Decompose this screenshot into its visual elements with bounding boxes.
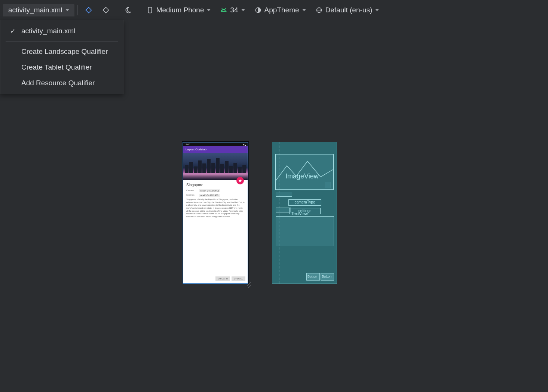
file-variant-dropdown[interactable]: activity_main.xml [3,4,74,16]
blueprint-imageview-label: ImageView [285,172,319,180]
blueprint-button-2[interactable]: Button [321,273,334,281]
locale-selector[interactable]: Default (en-us) [311,4,383,16]
preview-footer: DISCARD UPLOAD [183,275,248,283]
blueprint-image-placeholder-icon [276,154,333,190]
menu-item-current-file[interactable]: ✓ activity_main.xml [0,23,123,39]
camera-value: Nikon D4 1/0s f/10 [199,189,220,192]
blueprint-button-1[interactable]: Button [306,273,320,281]
svg-line-3 [222,8,223,9]
status-icons: ▾ ◣ [243,143,247,146]
settings-value: ocal 1/5s ISO 400 [199,194,220,197]
android-icon [220,6,228,14]
menu-item-label: Create Landscape Qualifier [21,48,108,56]
resize-handle[interactable] [246,282,254,289]
status-bar: 12:00 ▾ ◣ [183,143,248,146]
orientation-button[interactable] [98,4,114,16]
night-mode-button[interactable] [120,4,136,16]
device-label: Medium Phone [156,6,204,14]
design-preview[interactable]: 12:00 ▾ ◣ Layout Codelab ★ Singapore Cam… [183,142,248,284]
api-level-selector[interactable]: 34 [216,4,248,16]
camera-label: Camera [186,189,197,192]
chevron-down-icon [302,9,306,11]
menu-item-label: Add Resource Qualifier [21,79,95,87]
theme-selector[interactable]: AppTheme [250,4,310,16]
upload-button[interactable]: UPLOAD [232,276,245,281]
current-file-label: activity_main.xml [8,6,62,14]
menu-item-label: Create Tablet Qualifier [21,63,92,71]
svg-point-1 [223,10,223,10]
blueprint-textview-box[interactable] [276,216,334,246]
menu-item-create-tablet[interactable]: Create Tablet Qualifier [0,59,123,75]
diamond-outline-icon [85,6,93,14]
hero-image [183,153,248,180]
chevron-down-icon [65,9,69,11]
status-time: 12:00 [184,143,190,146]
toolbar-separator [117,5,117,15]
toolbar-separator [139,5,139,15]
locale-label: Default (en-us) [325,6,373,14]
design-surface-mode-button[interactable] [81,4,97,16]
description-text: Singapore, officially the Republic of Si… [186,198,245,218]
blueprint-settings-label-box[interactable] [276,208,291,212]
toolbar-separator [77,5,78,15]
moon-icon [124,6,132,14]
theme-label: AppTheme [264,6,299,14]
api-level-label: 34 [230,6,238,14]
svg-line-4 [225,8,226,9]
blueprint-textview-label: TextView [291,211,308,216]
city-title: Singapore [186,183,245,187]
phone-icon [146,6,154,14]
contrast-icon [254,6,262,14]
blueprint-cameratype-box[interactable]: cameraType [288,199,321,206]
layout-variant-menu: ✓ activity_main.xml Create Landscape Qua… [0,20,123,94]
menu-item-add-resource-qualifier[interactable]: Add Resource Qualifier [0,75,123,91]
settings-label: Settings [186,194,197,197]
check-icon: ✓ [9,27,16,35]
app-title: Layout Codelab [186,148,206,151]
blueprint-preview[interactable]: ImageView cameraType settings TextView B… [272,142,337,284]
preview-body: Singapore Camera Nikon D4 1/0s f/10 Sett… [183,180,248,275]
chevron-down-icon [375,9,379,11]
chevron-down-icon [207,9,211,11]
svg-rect-0 [148,7,151,13]
discard-button[interactable]: DISCARD [215,276,230,281]
chevron-down-icon [241,9,245,11]
rotate-diamond-icon [102,6,110,14]
globe-icon [315,6,323,14]
menu-item-label: activity_main.xml [21,27,76,35]
device-selector[interactable]: Medium Phone [142,4,215,16]
svg-point-2 [225,10,226,10]
app-bar: Layout Codelab [183,146,248,153]
menu-divider [6,41,118,42]
blueprint-camera-label-box[interactable] [276,192,292,197]
layout-editor-toolbar: activity_main.xml Medium Phone 34 [0,0,548,20]
menu-item-create-landscape[interactable]: Create Landscape Qualifier [0,44,123,59]
